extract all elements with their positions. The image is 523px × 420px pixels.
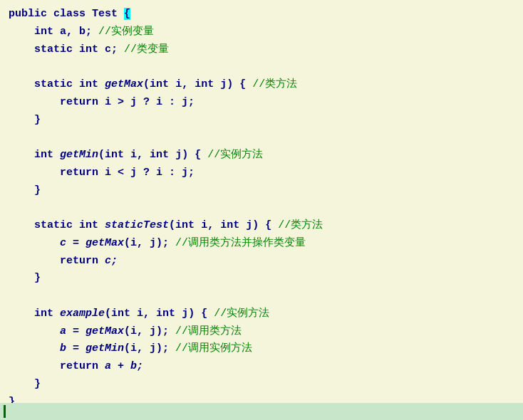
status-bar [0, 403, 523, 420]
code-line: a = getMax(i, j); //调用类方法 [9, 323, 514, 341]
code-line: public class Test { [9, 6, 514, 23]
code-line: static int getMax(int i, int j) { //类方法 [9, 76, 514, 94]
code-line: static int staticTest(int i, int j) { //… [9, 217, 514, 235]
code-line [9, 129, 514, 147]
code-line: } [9, 112, 514, 130]
code-line: return a + b; [9, 358, 514, 376]
code-line: return i > j ? i : j; [9, 94, 514, 112]
code-line: return i < j ? i : j; [9, 164, 514, 182]
code-block: public class Test { int a, b; //实例变量 sta… [9, 6, 514, 411]
code-line: } [9, 182, 514, 200]
code-editor: public class Test { int a, b; //实例变量 sta… [0, 0, 523, 420]
code-line: int getMin(int i, int j) { //实例方法 [9, 147, 514, 164]
code-line [9, 199, 514, 217]
code-line: int a, b; //实例变量 [9, 23, 514, 41]
code-line: return c; [9, 253, 514, 271]
code-line [9, 288, 514, 305]
code-line: } [9, 270, 514, 288]
code-line: } [9, 376, 514, 394]
code-line [9, 58, 514, 76]
code-line: static int c; //类变量 [9, 41, 514, 59]
code-line: c = getMax(i, j); //调用类方法并操作类变量 [9, 235, 514, 253]
cursor-icon [4, 405, 6, 418]
code-line: b = getMin(i, j); //调用实例方法 [9, 340, 514, 358]
code-line: int example(int i, int j) { //实例方法 [9, 305, 514, 323]
